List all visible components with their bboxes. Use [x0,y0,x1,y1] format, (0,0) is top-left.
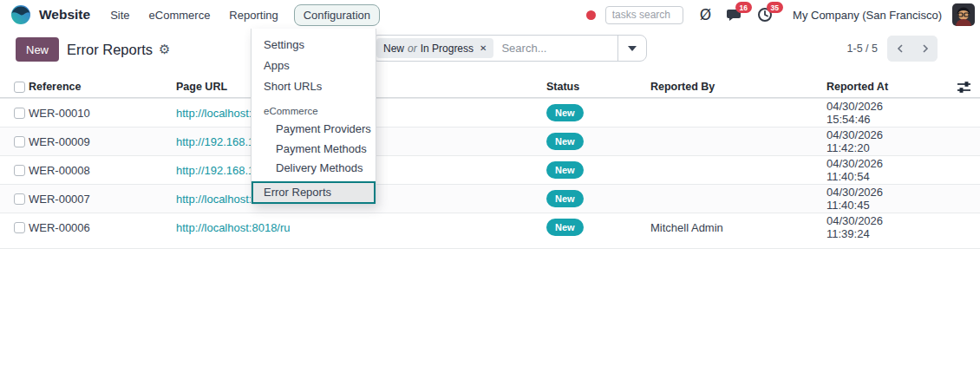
cell-reference: WER-00009 [29,135,176,148]
cell-reported-at: 04/30/2026 11:40:45 [826,186,922,212]
table-row[interactable]: WER-00009 http://192.168.1.2:8018/ New 0… [0,127,980,155]
menu-item-payment-providers[interactable]: Payment Providers [252,120,376,140]
select-all-checkbox[interactable] [14,82,25,93]
messages-menu[interactable]: 16 [726,7,742,23]
row-checkbox[interactable] [14,165,25,176]
menu-item-short-urls[interactable]: Short URLs [252,76,376,97]
menu-item-error-reports[interactable]: Error Reports [252,181,376,204]
table-row[interactable]: WER-00008 http://192.168.1.2:8018/ New 0… [0,155,980,184]
presence-icon[interactable]: Ø [700,8,711,23]
status-badge: New [546,104,584,121]
circle-slash-icon: Ø [700,8,711,23]
page-title: Error Reports [67,42,153,58]
menu-item-settings[interactable]: Settings [252,35,376,56]
activities-menu[interactable]: 35 [757,7,773,23]
menu-item-payment-methods[interactable]: Payment Methods [252,140,376,160]
table-header-row: Reference Page URL Status Reported By Re… [0,76,980,98]
pager-previous-button[interactable] [887,36,912,62]
menu-item-apps[interactable]: Apps [252,56,376,76]
table-row[interactable]: WER-00010 http://localhost:8018/ New 04/… [0,98,980,127]
search-options-toggle[interactable] [617,36,646,61]
column-header-reported-at[interactable]: Reported At [826,81,922,93]
pager-next-button[interactable] [912,36,938,62]
nav-item-configuration[interactable]: Configuration [294,4,380,26]
status-badge: New [546,161,584,178]
status-badge: New [546,190,584,206]
facet-value-in-progress: In Progress [421,43,474,55]
messages-count-badge: 16 [735,2,751,13]
row-checkbox[interactable] [14,222,25,233]
chevron-left-icon [896,43,905,54]
page-url-link[interactable]: http://localhost:8018/ru [176,221,291,234]
systray: Ø 16 35 [700,7,787,23]
status-badge: New [546,133,584,149]
optional-columns-sliders-icon[interactable] [957,81,971,94]
menu-item-delivery-methods[interactable]: Delivery Methods [252,159,376,179]
app-name[interactable]: Website [39,7,90,23]
facet-value-new: New [383,43,404,55]
cell-reference: WER-00008 [29,164,176,177]
column-header-reported-by[interactable]: Reported By [650,81,826,93]
cell-reference: WER-00006 [29,221,176,234]
table-row[interactable]: WER-00006 http://localhost:8018/ru New M… [0,213,980,241]
top-navbar: Website Site eCommerce Reporting Configu… [0,0,980,29]
caret-down-icon [628,46,637,51]
pager-range: 1-5 / 5 [847,43,878,55]
view-settings-gear-icon[interactable]: ⚙ [159,42,170,57]
row-checkbox[interactable] [14,193,25,205]
pager: 1-5 / 5 [847,35,938,62]
activities-count-badge: 35 [767,2,782,13]
facet-close-icon[interactable]: ✕ [480,43,487,53]
menu-section-ecommerce: eCommerce [252,103,376,120]
cell-reported-at: 04/30/2026 15:54:46 [826,100,922,126]
nav-item-reporting[interactable]: Reporting [219,9,287,22]
tasks-search-input[interactable] [605,6,683,24]
nav-item-ecommerce[interactable]: eCommerce [140,9,220,22]
search-bar[interactable]: New or In Progress ✕ [371,35,647,62]
filter-facet[interactable]: New or In Progress ✕ [376,38,493,58]
nav-item-site[interactable]: Site [101,9,139,22]
chevron-right-icon [921,43,930,54]
row-checkbox[interactable] [14,108,25,119]
column-header-reference[interactable]: Reference [29,81,176,93]
cell-reported-at: 04/30/2026 11:42:20 [826,128,922,154]
cell-reference: WER-00007 [29,193,176,206]
table-footer-divider [0,241,980,249]
cell-reference: WER-00010 [29,107,176,120]
status-badge: New [546,219,584,235]
cell-reported-at: 04/30/2026 11:40:54 [826,157,922,183]
website-app-icon[interactable] [10,4,31,25]
search-input[interactable] [493,42,617,55]
table-row[interactable]: WER-00007 http://localhost:8018/ New 04/… [0,184,980,213]
row-checkbox[interactable] [14,136,25,147]
column-header-status[interactable]: Status [546,81,650,93]
user-avatar[interactable] [952,3,975,26]
cell-reported-by: Mitchell Admin [650,221,826,234]
company-switcher[interactable]: My Company (San Francisco) [793,9,942,22]
cell-reported-at: 04/30/2026 11:39:24 [826,214,922,240]
configuration-dropdown-menu: Settings Apps Short URLs eCommerce Payme… [251,29,376,205]
pager-buttons [887,36,938,62]
facet-operator: or [408,43,417,55]
recording-indicator-dot [586,10,596,20]
error-reports-list: Reference Page URL Status Reported By Re… [0,76,980,249]
new-button[interactable]: New [16,37,59,62]
